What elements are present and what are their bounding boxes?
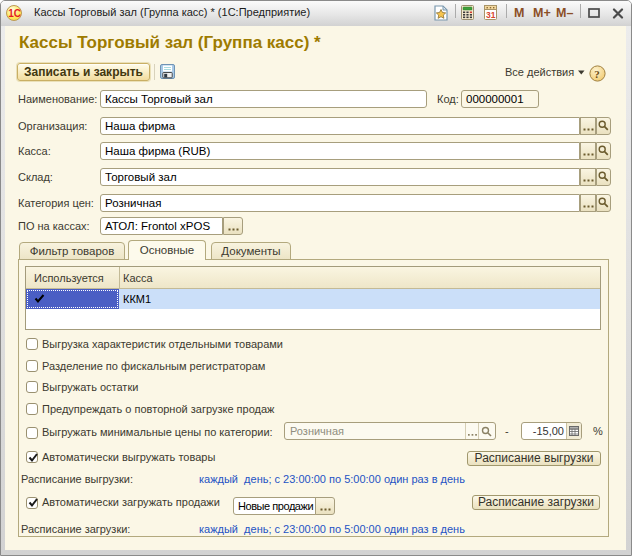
svg-text:?: ? xyxy=(594,68,600,80)
svg-text:31: 31 xyxy=(486,10,496,20)
svg-text:1С: 1С xyxy=(8,8,21,19)
